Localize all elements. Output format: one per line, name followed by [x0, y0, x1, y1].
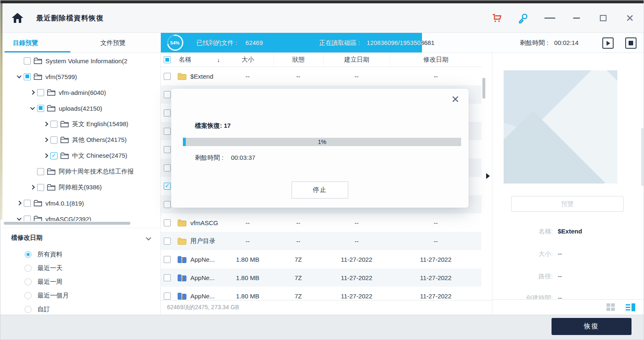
- tree-item-chinese[interactable]: 中文 Chinese(2475): [0, 148, 160, 164]
- folder-icon: [47, 89, 55, 96]
- file-name: 用户目录: [190, 237, 215, 245]
- archive-icon: [177, 293, 187, 300]
- chevron-right-icon[interactable]: [28, 91, 37, 94]
- radio-last-month[interactable]: 最近一個月: [0, 289, 160, 303]
- tree-item-english[interactable]: 英文 English(15498): [0, 116, 160, 132]
- chevron-right-icon[interactable]: [15, 201, 24, 205]
- radio-last-week[interactable]: 最近一周: [0, 275, 160, 289]
- chevron-down-icon[interactable]: [15, 217, 24, 221]
- recover-button[interactable]: 恢復: [552, 318, 632, 335]
- recovery-progress-dialog: ✕ 檔案恢復: 17 1% 剩餘時間 : 00:03:37 停止: [171, 89, 469, 208]
- file-name: AppNe...: [190, 274, 215, 281]
- tree-checkbox[interactable]: [24, 216, 31, 221]
- column-modified[interactable]: 修改日期: [390, 53, 482, 67]
- tree-item-system-volume-information[interactable]: System Volume Information(2: [0, 53, 160, 69]
- activation-button[interactable]: [518, 13, 529, 24]
- table-row[interactable]: AppNe... 1.80 MB 7Z 11-27-2022 11-27-202…: [161, 268, 482, 287]
- row-checkbox[interactable]: [164, 183, 171, 190]
- stop-scan-button[interactable]: [625, 37, 637, 49]
- minimize-icon: [573, 17, 580, 19]
- row-checkbox[interactable]: [164, 256, 171, 263]
- archive-icon: [177, 274, 187, 281]
- tree-checkbox[interactable]: [37, 89, 44, 96]
- file-name: vfmASCG: [190, 219, 218, 226]
- view-toggle-bar: [492, 299, 644, 315]
- tree-item-ashuai-report[interactable]: 阿帅十周年技术总结工作报: [0, 164, 160, 179]
- row-checkbox[interactable]: [164, 201, 171, 208]
- home-button[interactable]: [10, 11, 25, 25]
- radio-custom[interactable]: 自訂: [0, 303, 160, 315]
- table-row[interactable]: AppNe... 1.80 MB 7Z 11-27-2022 11-27-202…: [161, 250, 482, 268]
- radio-last-day[interactable]: 最近一天: [0, 261, 160, 275]
- tree-item-uploads[interactable]: uploads(42150): [0, 100, 160, 116]
- tree-item-ashuai-related[interactable]: 阿帅相关(9386): [0, 179, 160, 195]
- column-created[interactable]: 建立日期: [323, 53, 390, 67]
- column-size[interactable]: 大小: [222, 53, 273, 67]
- tree-item-vfm-admin[interactable]: vfm-admin(6040): [0, 84, 160, 100]
- chevron-right-icon[interactable]: [41, 122, 50, 126]
- resume-scan-button[interactable]: [602, 37, 614, 49]
- row-checkbox[interactable]: [164, 274, 171, 281]
- tree-item-vfm[interactable]: vfm(57599): [0, 69, 160, 84]
- table-row[interactable]: vfmASCG -- -- -- --: [161, 213, 482, 232]
- chevron-right-icon[interactable]: [28, 186, 37, 189]
- tree-item-vfm401[interactable]: vfm4.0.1(819): [0, 195, 160, 211]
- folder-icon: [47, 184, 55, 191]
- collapse-panel-arrow[interactable]: [486, 173, 490, 179]
- row-checkbox[interactable]: [164, 128, 171, 135]
- tree-checkbox[interactable]: [37, 168, 44, 175]
- radio-all-data[interactable]: 所有資料: [0, 248, 160, 261]
- row-checkbox[interactable]: [164, 238, 171, 245]
- close-icon: ✕: [626, 13, 634, 23]
- sort-descending-icon[interactable]: ↓: [217, 57, 220, 63]
- row-checkbox[interactable]: [164, 109, 171, 117]
- cart-icon: [492, 13, 502, 23]
- tree-checkbox[interactable]: [24, 200, 31, 207]
- tree-checkbox[interactable]: [50, 121, 57, 128]
- tab-directory-preview[interactable]: 目錄預覽: [13, 33, 38, 53]
- column-status[interactable]: 狀態: [273, 53, 323, 67]
- list-view-icon[interactable]: [626, 303, 635, 311]
- horizontal-scrollbar[interactable]: [4, 222, 130, 225]
- tree-checkbox[interactable]: [24, 73, 31, 80]
- select-all-checkbox[interactable]: [164, 56, 171, 63]
- tree-item-others[interactable]: 其他 Others(24175): [0, 132, 160, 148]
- tree-checkbox[interactable]: [50, 136, 57, 144]
- tree-checkbox[interactable]: [37, 105, 44, 112]
- chevron-down-icon[interactable]: [146, 235, 151, 241]
- vertical-scrollbar[interactable]: [641, 128, 644, 186]
- column-name[interactable]: 名稱: [179, 56, 191, 64]
- minimize-button[interactable]: [571, 13, 582, 24]
- table-row[interactable]: AppNe... 1.80 MB 7Z 11-27-2022 11-27-202…: [161, 287, 482, 300]
- recovery-percent-label: 1%: [183, 138, 461, 146]
- vertical-scrollbar[interactable]: [482, 78, 485, 99]
- close-icon[interactable]: ✕: [451, 94, 459, 104]
- tree-checkbox[interactable]: [37, 184, 44, 191]
- chevron-down-icon[interactable]: [28, 107, 37, 110]
- chevron-right-icon[interactable]: [41, 138, 50, 141]
- tree-item-vfmascg[interactable]: vfmASCG(2392): [0, 211, 160, 221]
- menu-button[interactable]: [544, 13, 555, 24]
- close-button[interactable]: ✕: [624, 13, 635, 24]
- archive-icon: [177, 256, 187, 263]
- row-checkbox[interactable]: [164, 91, 171, 98]
- cart-button[interactable]: [491, 13, 502, 24]
- table-row[interactable]: $Extend -- -- -- --: [161, 67, 482, 85]
- chevron-right-icon[interactable]: [41, 154, 50, 157]
- chevron-down-icon[interactable]: [15, 75, 24, 78]
- preview-panel: 預覽 名稱: $Extend 大小: -- 路徑: -- 创建時間: --: [492, 53, 644, 315]
- row-checkbox[interactable]: [164, 146, 171, 153]
- tree-checkbox[interactable]: [24, 57, 31, 65]
- table-row[interactable]: 用户目录 -- -- -- --: [161, 232, 482, 250]
- row-checkbox[interactable]: [164, 219, 171, 226]
- maximize-button[interactable]: [598, 13, 609, 24]
- preview-button[interactable]: 預覽: [511, 196, 624, 212]
- row-checkbox[interactable]: [164, 73, 171, 80]
- row-checkbox[interactable]: [164, 293, 171, 300]
- stop-recovery-button[interactable]: 停止: [292, 181, 348, 199]
- grid-view-icon[interactable]: [607, 303, 615, 311]
- active-tab-underline: [5, 51, 70, 52]
- tab-file-preview[interactable]: 文件預覽: [100, 33, 125, 53]
- tree-checkbox[interactable]: [50, 152, 57, 159]
- row-checkbox[interactable]: [164, 164, 171, 171]
